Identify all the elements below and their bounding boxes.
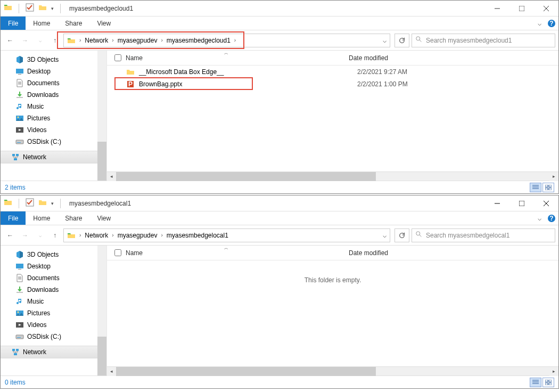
nav-pane[interactable]: 3D Objects Desktop Documents Downloads M… [1,51,107,181]
breadcrumb-segment[interactable]: myasesmbedgelocal1 [165,229,231,242]
scroll-right-icon[interactable]: ▸ [549,172,558,181]
details-view-button[interactable] [530,183,541,192]
sidebar-item-downloads[interactable]: Downloads [1,89,106,101]
sidebar-item-osdisk[interactable]: OSDisk (C:) [1,136,106,148]
minimize-button[interactable] [485,195,509,211]
help-button[interactable]: ? [545,17,558,30]
breadcrumb[interactable]: › Network › myasegpudev › myasesmbedgelo… [63,228,390,242]
sidebar-item-videos[interactable]: Videos [1,319,106,331]
sidebar-scrollbar[interactable] [97,246,106,375]
large-icons-view-button[interactable] [542,378,554,387]
file-row[interactable]: __Microsoft Data Box Edge__ 2/2/2021 9:2… [107,66,558,78]
breadcrumb[interactable]: › Network › myasegpudev › myasesmbedgecl… [63,34,390,47]
view-tab[interactable]: View [89,211,118,225]
large-icons-view-button[interactable] [542,183,554,192]
sidebar-item-pictures[interactable]: Pictures [1,112,106,124]
scroll-left-icon[interactable]: ◂ [107,367,116,376]
recent-dropdown-icon[interactable]: ⌵ [34,34,46,47]
sidebar-item-3d-objects[interactable]: 3D Objects [1,54,106,66]
sidebar-item-osdisk[interactable]: OSDisk (C:) [1,331,106,342]
sidebar-item-documents[interactable]: Documents [1,272,106,284]
chevron-right-icon[interactable]: › [159,232,164,238]
up-button[interactable]: ↑ [48,229,61,242]
titlebar[interactable]: ▾ myasesmbedgelocal1 [1,195,558,211]
maximize-button[interactable] [509,1,534,17]
search-input[interactable] [426,232,552,239]
breadcrumb-segment[interactable]: myasegpudev [116,229,160,242]
sidebar-item-3d-objects[interactable]: 3D Objects [1,249,106,260]
file-tab[interactable]: File [1,211,26,225]
refresh-button[interactable] [394,228,409,242]
close-button[interactable] [534,1,558,17]
sidebar-item-music[interactable]: Music [1,101,106,112]
column-date[interactable]: Date modified [349,54,413,62]
column-name[interactable]: Name [126,54,143,62]
chevron-right-icon[interactable]: › [110,232,115,238]
view-tab[interactable]: View [89,17,118,30]
forward-button[interactable]: → [19,229,31,242]
address-dropdown-icon[interactable]: ⌵ [383,37,387,44]
chevron-right-icon[interactable]: › [78,232,83,238]
breadcrumb-segment[interactable]: myasesmbedgecloud1 [165,34,233,47]
breadcrumb-segment[interactable]: myasegpudev [116,34,160,47]
qat-dropdown-icon[interactable]: ▾ [51,6,54,11]
sidebar-item-desktop[interactable]: Desktop [1,66,106,77]
sidebar-item-music[interactable]: Music [1,296,106,307]
recent-dropdown-icon[interactable]: ⌵ [34,229,46,242]
sidebar-item-pictures[interactable]: Pictures [1,307,106,319]
home-tab[interactable]: Home [26,17,57,30]
refresh-button[interactable] [394,34,409,47]
back-button[interactable]: ← [4,229,17,242]
horizontal-scrollbar[interactable]: ◂ ▸ [107,366,558,375]
select-all-checkbox[interactable] [114,249,121,256]
sidebar-scrollbar[interactable] [97,51,106,181]
search-box[interactable] [412,228,555,242]
sidebar-item-desktop[interactable]: Desktop [1,260,106,272]
sidebar-item-network[interactable]: Network [1,346,106,358]
horizontal-scrollbar[interactable]: ◂ ▸ [107,172,558,181]
select-all-checkbox[interactable] [114,54,121,61]
address-dropdown-icon[interactable]: ⌵ [383,232,387,239]
forward-button[interactable]: → [19,34,31,47]
file-tab[interactable]: File [1,17,26,30]
minimize-button[interactable] [485,1,509,17]
search-input[interactable] [426,37,552,44]
ribbon-caret-icon[interactable]: ⌵ [534,211,545,225]
titlebar[interactable]: ▾ myasesmbedgecloud1 [1,1,558,17]
qat-dropdown-icon[interactable]: ▾ [51,201,54,206]
scroll-right-icon[interactable]: ▸ [549,367,558,376]
column-headers[interactable]: ︿ Name Date modified [107,246,558,260]
chevron-right-icon[interactable]: › [110,37,115,43]
checkbox-icon[interactable] [26,198,34,208]
column-name[interactable]: Name [126,249,143,257]
breadcrumb-segment[interactable]: Network [83,34,110,47]
close-button[interactable] [534,195,558,211]
file-list[interactable]: ︿ Name Date modified __Microsoft Data Bo… [107,51,558,181]
maximize-button[interactable] [509,195,534,211]
checkbox-icon[interactable] [26,3,34,13]
breadcrumb-segment[interactable]: Network [83,229,110,242]
back-button[interactable]: ← [4,34,17,47]
details-view-button[interactable] [530,378,541,387]
sidebar-item-videos[interactable]: Videos [1,124,106,136]
ribbon-caret-icon[interactable]: ⌵ [534,17,545,30]
column-headers[interactable]: ︿ Name Date modified [107,51,558,66]
sidebar-item-downloads[interactable]: Downloads [1,284,106,296]
chevron-right-icon[interactable]: › [78,37,83,43]
home-tab[interactable]: Home [26,211,57,225]
help-button[interactable]: ? [545,211,558,225]
share-tab[interactable]: Share [57,211,89,225]
chevron-right-icon[interactable]: › [159,37,164,43]
sidebar-item-documents[interactable]: Documents [1,77,106,89]
up-button[interactable]: ↑ [48,34,61,47]
file-list[interactable]: ︿ Name Date modified This folder is empt… [107,246,558,375]
file-row[interactable]: P BrownBag.pptx 2/2/2021 1:00 PM [107,78,558,90]
search-box[interactable] [412,34,555,47]
nav-pane[interactable]: 3D Objects Desktop Documents Downloads M… [1,246,107,375]
svg-rect-6 [18,74,21,75]
sidebar-item-network[interactable]: Network [1,151,106,164]
scroll-left-icon[interactable]: ◂ [107,172,116,181]
column-date[interactable]: Date modified [349,249,413,257]
share-tab[interactable]: Share [57,17,89,30]
chevron-right-icon[interactable]: › [233,37,237,43]
